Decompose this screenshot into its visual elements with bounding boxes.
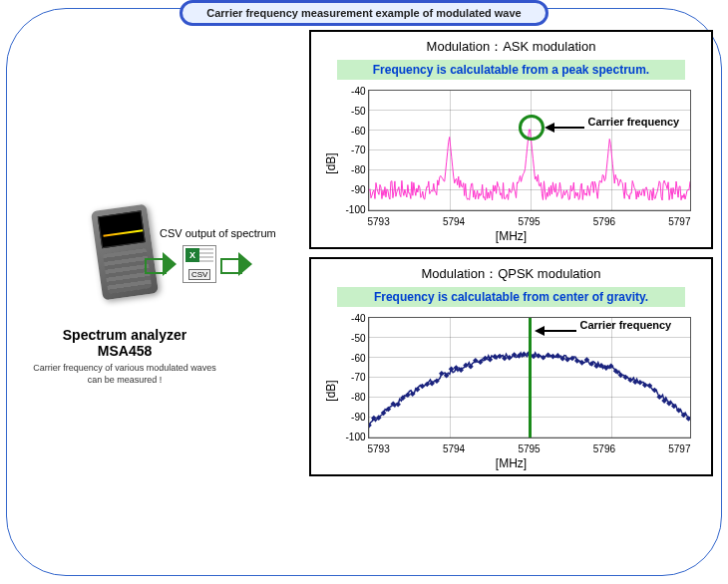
- x-axis-label: [MHz]: [322, 229, 701, 243]
- xtick: 5794: [443, 443, 465, 454]
- ytick: -100: [344, 204, 366, 215]
- chart-title: Modulation：QPSK modulation: [319, 265, 703, 283]
- chart-title: Modulation：ASK modulation: [319, 38, 703, 56]
- svg-rect-43: [573, 358, 579, 364]
- x-ticks: 5793 5794 5795 5796 5797: [368, 216, 691, 227]
- ytick: -70: [344, 372, 366, 383]
- device-caption: Carrier frequency of various modulated w…: [30, 363, 219, 386]
- carrier-arrow-icon: [535, 324, 576, 338]
- ytick: -70: [344, 145, 366, 155]
- svg-rect-6: [395, 402, 401, 408]
- ytick: -50: [344, 333, 366, 344]
- y-ticks: -40 -50 -60 -70 -80 -90 -100: [344, 313, 366, 442]
- x-axis-label: [MHz]: [322, 456, 701, 470]
- csv-file-icon: X CSV: [182, 245, 216, 283]
- excel-badge: X: [185, 248, 199, 262]
- arrow-right-icon: [145, 253, 179, 275]
- svg-rect-11: [419, 384, 425, 390]
- xtick: 5793: [368, 216, 390, 227]
- ytick: -40: [344, 86, 366, 97]
- ytick: -80: [344, 392, 366, 403]
- ytick: -90: [344, 412, 366, 423]
- svg-rect-41: [564, 357, 570, 363]
- xtick: 5795: [518, 216, 540, 227]
- plot-canvas: Carrier frequency: [368, 90, 691, 211]
- y-ticks: -40 -50 -60 -70 -80 -90 -100: [344, 86, 366, 215]
- svg-rect-27: [497, 354, 503, 360]
- xtick: 5796: [593, 216, 615, 227]
- x-ticks: 5793 5794 5795 5796 5797: [368, 443, 691, 454]
- chart-note: Frequency is calculatable from a peak sp…: [337, 60, 685, 80]
- chart-qpsk: Modulation：QPSK modulation Frequency is …: [309, 257, 713, 476]
- chart-note: Frequency is calculatable from center of…: [337, 287, 685, 307]
- svg-rect-60: [656, 394, 662, 400]
- ytick: -80: [344, 164, 366, 175]
- ytick: -60: [344, 353, 366, 364]
- svg-rect-52: [617, 373, 623, 379]
- plot-area: [dB] -40 -50 -60 -70 -80 -90 -100 Carrie…: [322, 311, 701, 470]
- ytick: -50: [344, 106, 366, 117]
- carrier-label: Carrier frequency: [580, 319, 672, 331]
- carrier-label: Carrier frequency: [588, 116, 680, 128]
- ytick: -90: [344, 184, 366, 195]
- carrier-vline: [529, 318, 532, 438]
- svg-rect-66: [685, 416, 689, 422]
- svg-rect-15: [439, 371, 445, 377]
- charts-column: Modulation：ASK modulation Frequency is c…: [309, 30, 713, 484]
- plot-canvas: Carrier frequency: [368, 317, 691, 438]
- ytick: -60: [344, 126, 366, 137]
- xtick: 5797: [668, 216, 690, 227]
- svg-rect-17: [448, 366, 454, 372]
- xtick: 5793: [368, 443, 390, 454]
- csv-caption: CSV output of spectrum: [160, 227, 276, 239]
- chart-ask: Modulation：ASK modulation Frequency is c…: [309, 30, 713, 249]
- carrier-arrow-icon: [545, 121, 584, 135]
- sheet-grid-icon: [199, 248, 213, 262]
- xtick: 5795: [518, 443, 540, 454]
- xtick: 5796: [593, 443, 615, 454]
- device-name: Spectrum analyzer: [30, 327, 219, 343]
- device-model: MSA458: [30, 343, 219, 359]
- xtick: 5794: [443, 216, 465, 227]
- csv-tag: CSV: [188, 269, 210, 280]
- carrier-marker-circle: [519, 115, 545, 141]
- svg-rect-38: [549, 354, 555, 360]
- y-axis-label: [dB]: [323, 152, 337, 173]
- page-title: Carrier frequency measurement example of…: [180, 0, 548, 26]
- ytick: -100: [344, 432, 366, 442]
- csv-flow: X CSV: [145, 245, 314, 283]
- xtick: 5797: [668, 443, 690, 454]
- arrow-right-icon: [220, 253, 254, 275]
- spectrum-trace: [369, 91, 690, 210]
- y-axis-label: [dB]: [323, 380, 337, 401]
- plot-area: [dB] -40 -50 -60 -70 -80 -90 -100 Carrie…: [322, 84, 701, 243]
- svg-rect-57: [641, 383, 647, 389]
- svg-rect-28: [502, 356, 508, 362]
- ytick: -40: [344, 313, 366, 324]
